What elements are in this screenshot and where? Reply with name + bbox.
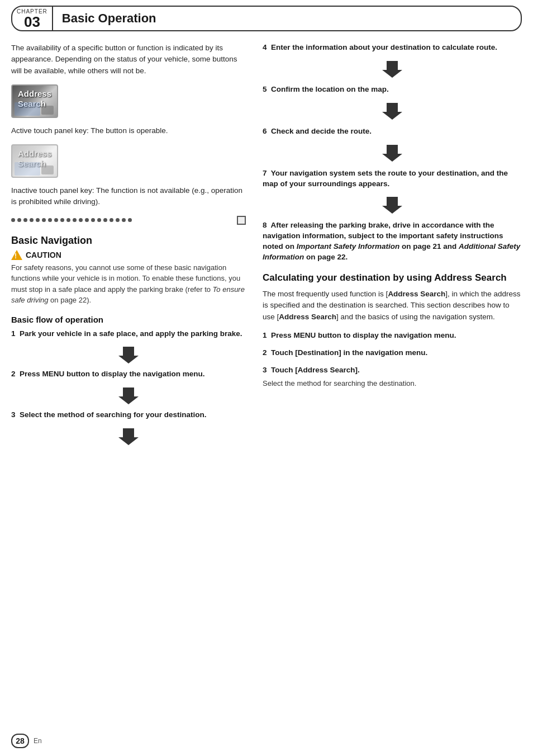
calc-bold-2: Address Search (279, 313, 336, 321)
dot-19 (122, 218, 126, 222)
step-8-italic1: Important Safety Information (297, 242, 400, 251)
svg-marker-5 (382, 145, 402, 162)
step-4-arrow (263, 58, 522, 78)
step-5-text: Confirm the location on the map. (271, 85, 389, 93)
page-lang: En (34, 737, 42, 745)
step-7-num: 7 (263, 169, 267, 177)
step-2-heading: 2 Press MENU button to display the navig… (11, 369, 246, 380)
calc-bold-1: Address Search (388, 290, 445, 298)
caution-triangle-icon (11, 250, 22, 260)
step-1-text: Park your vehicle in a safe place, and a… (20, 329, 242, 338)
calc-step-3-text: Touch [Address Search]. (271, 366, 360, 374)
step-4: 4 Enter the information about your desti… (263, 42, 522, 78)
step-8-text-mid: on page 21 and (399, 242, 459, 251)
dot-6 (42, 218, 46, 222)
dot-16 (103, 218, 107, 222)
button-icon-bg (41, 106, 54, 115)
dot-11 (73, 218, 77, 222)
active-panel-label: Active touch panel key: The button is op… (11, 125, 246, 136)
step-8-heading: 8 After releasing the parking brake, dri… (263, 220, 522, 263)
intro-paragraph: The availability of a specific button or… (11, 42, 246, 77)
calc-heading-text: Calculating your destination by using Ad… (263, 272, 507, 283)
basic-navigation-heading: Basic Navigation (11, 235, 246, 247)
calc-step-3-heading: 3 Touch [Address Search]. (263, 365, 522, 376)
arrow-down-icon-7 (382, 193, 402, 214)
active-button-image: Address Search (11, 84, 58, 118)
inactive-icon-bg (41, 166, 54, 174)
svg-marker-2 (118, 428, 139, 445)
dot-8 (54, 218, 58, 222)
step-4-heading: 4 Enter the information about your desti… (263, 42, 522, 53)
step-2: 2 Press MENU button to display the navig… (11, 369, 246, 404)
step-7-heading: 7 Your navigation system sets the route … (263, 168, 522, 190)
svg-marker-0 (118, 347, 139, 363)
chapter-header: Chapter 03 Basic Operation (11, 6, 522, 31)
step-6-num: 6 (263, 127, 267, 135)
calc-step-2: 2 Touch [Destination] in the navigation … (263, 348, 522, 358)
calc-step-3-body: Select the method for searching the dest… (263, 378, 522, 389)
dot-15 (97, 218, 101, 222)
inactive-panel-label: Inactive touch panel key: The function i… (11, 185, 246, 208)
dot-9 (60, 218, 64, 222)
button-map-bg (15, 102, 40, 116)
arrow-down-icon-3 (118, 425, 139, 445)
calc-step-1-heading: 1 Press MENU button to display the navig… (263, 330, 522, 341)
calc-intro: The most frequently used function is [Ad… (263, 289, 522, 323)
dot-17 (110, 218, 113, 222)
step-2-arrow (11, 384, 246, 404)
step-1: 1 Park your vehicle in a safe place, and… (11, 329, 246, 364)
inactive-map-bg (15, 162, 40, 176)
calc-step-2-num: 2 (263, 348, 267, 357)
step-1-heading: 1 Park your vehicle in a safe place, and… (11, 329, 246, 339)
calc-step-1-text: Press MENU button to display the navigat… (271, 331, 456, 339)
dot-divider (11, 216, 246, 225)
step-3-arrow (11, 425, 246, 445)
inactive-button-line1: Address (18, 149, 51, 159)
caution-paragraph: For safety reasons, you cannot use some … (11, 262, 246, 306)
step-5-num: 5 (263, 85, 267, 93)
caution-label: CAUTION (26, 251, 61, 259)
arrow-down-icon-6 (382, 141, 402, 162)
inactive-button-image: Address Search (11, 144, 58, 178)
step-2-text: Press MENU button to display the navigat… (20, 370, 205, 378)
dot-7 (48, 218, 52, 222)
step-4-text: Enter the information about your destina… (271, 43, 497, 51)
caution-title: CAUTION (11, 250, 246, 260)
dot-14 (91, 218, 95, 222)
step-8-num: 8 (263, 221, 267, 229)
step-6-text: Check and decide the route. (271, 127, 372, 135)
step-1-arrow (11, 343, 246, 363)
step-3-text: Select the method of searching for your … (20, 410, 207, 419)
dot-12 (79, 218, 83, 222)
dot-20 (128, 218, 132, 222)
page-number: 28 (11, 734, 29, 748)
calc-step-3-num: 3 (263, 366, 267, 374)
arrow-down-icon (118, 343, 139, 363)
active-button-line1: Address (18, 89, 51, 99)
step-6: 6 Check and decide the route. (263, 126, 522, 162)
chapter-number: 03 (24, 15, 40, 29)
basic-flow-heading: Basic flow of operation (11, 315, 246, 324)
dot-2 (17, 218, 21, 222)
step-3: 3 Select the method of searching for you… (11, 410, 246, 445)
calc-section-heading: Calculating your destination by using Ad… (263, 272, 522, 284)
svg-marker-1 (118, 388, 139, 404)
svg-marker-6 (382, 197, 402, 214)
dot-5 (36, 218, 40, 222)
left-column: The availability of a specific button or… (11, 42, 246, 451)
step-6-heading: 6 Check and decide the route. (263, 126, 522, 137)
dot-13 (85, 218, 89, 222)
caution-block: CAUTION For safety reasons, you cannot u… (11, 250, 246, 306)
step-5: 5 Confirm the location on the map. (263, 84, 522, 120)
step-7-text: Your navigation system sets the route to… (263, 169, 508, 188)
square-note-icon (237, 216, 246, 225)
calc-step-1: 1 Press MENU button to display the navig… (263, 330, 522, 341)
step-7: 7 Your navigation system sets the route … (263, 168, 522, 214)
svg-marker-4 (382, 103, 402, 120)
chapter-title: Basic Operation (53, 7, 165, 30)
step-5-arrow (263, 100, 522, 120)
step-8-text-end: on page 22. (304, 253, 348, 261)
step-5-heading: 5 Confirm the location on the map. (263, 84, 522, 95)
step-4-num: 4 (263, 43, 267, 51)
page-content: The availability of a specific button or… (0, 31, 533, 473)
